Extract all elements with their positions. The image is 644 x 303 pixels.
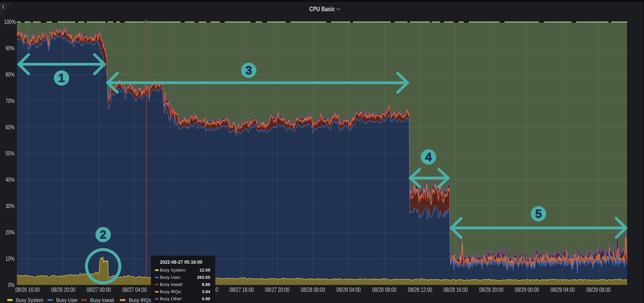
- svg-text:3: 3: [246, 64, 252, 77]
- svg-text:1: 1: [58, 71, 65, 84]
- svg-text:4: 4: [425, 150, 432, 164]
- svg-text:5: 5: [535, 207, 542, 220]
- svg-text:2: 2: [100, 228, 106, 241]
